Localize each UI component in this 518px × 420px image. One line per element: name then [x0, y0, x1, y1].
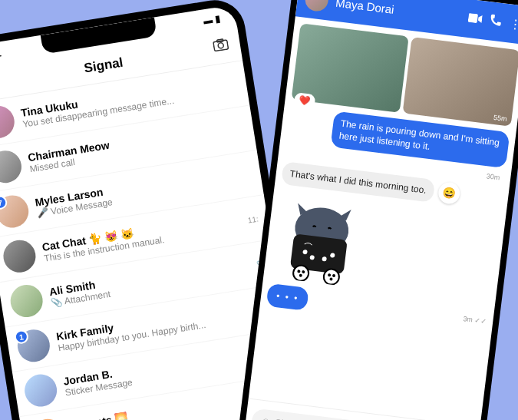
unread-badge: 7 [0, 195, 8, 211]
image-attachment[interactable]: ❤️ [292, 23, 409, 113]
contact-name[interactable]: Maya Dorai [335, 0, 461, 24]
avatar[interactable] [1, 238, 38, 275]
avatar[interactable]: 7 [0, 193, 31, 230]
chat-time: 11: [247, 214, 259, 224]
android-screen: Maya Dorai ⋮ ❤️ 55m The rain is pouring … [243, 0, 518, 420]
emoji-reaction[interactable]: 😄 [437, 181, 461, 205]
unread-badge: 1 [14, 329, 30, 345]
heart-reaction[interactable]: ❤️ [294, 92, 316, 108]
sticker-message[interactable] [269, 193, 371, 289]
image-timestamp: 55m [493, 114, 508, 123]
app-title: Signal [83, 55, 124, 76]
more-icon[interactable]: ⋮ [509, 16, 518, 32]
input-placeholder: Signal message [275, 417, 341, 420]
status-icons: ▬ ▮ [203, 13, 221, 26]
avatar[interactable]: 1 [15, 327, 52, 364]
avatar[interactable]: 2 [0, 148, 24, 185]
svg-point-1 [218, 42, 224, 48]
avatar[interactable] [22, 372, 59, 409]
android-device: Maya Dorai ⋮ ❤️ 55m The rain is pouring … [236, 0, 518, 420]
message-timestamp: 30m [486, 172, 505, 182]
avatar[interactable] [29, 417, 66, 420]
unread-badge: 2 [0, 150, 1, 166]
contact-avatar[interactable] [304, 0, 329, 12]
voice-call-icon[interactable] [489, 13, 503, 30]
message-list[interactable]: ❤️ 55m The rain is pouring down and I'm … [249, 16, 518, 420]
emoji-picker-icon[interactable]: ☺ [260, 415, 271, 420]
camera-icon[interactable] [212, 38, 229, 56]
svg-rect-3 [468, 13, 478, 23]
typing-indicator: • • • [266, 283, 310, 311]
message-timestamp: 3m ✓✓ [463, 315, 487, 326]
status-time: 11:11 [0, 48, 2, 62]
image-attachment[interactable]: 55m [403, 37, 518, 127]
avatar[interactable] [8, 283, 45, 319]
video-call-icon[interactable] [467, 12, 483, 27]
avatar[interactable] [0, 104, 17, 141]
